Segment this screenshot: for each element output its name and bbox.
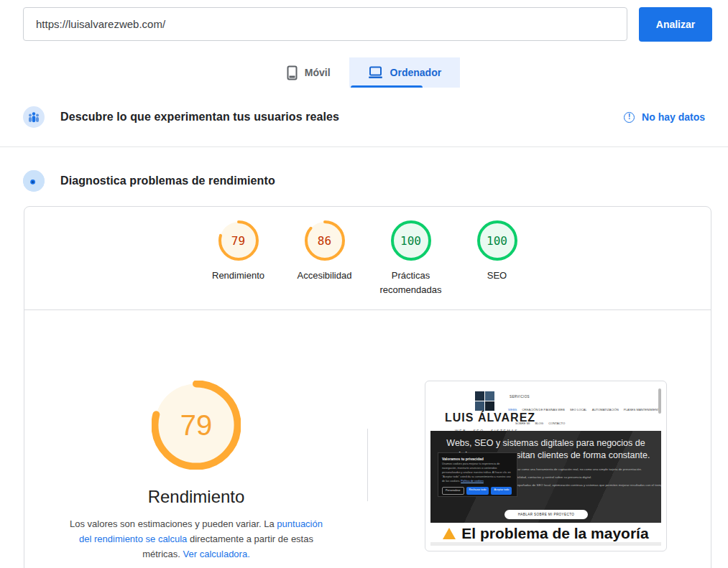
site-problem-heading: El problema de la mayoría (461, 525, 648, 542)
warning-triangle-icon (443, 528, 456, 539)
site-cta-button: HABLAR SOBRE MI PROYECTO (504, 510, 588, 519)
thumbnail-scrollbar (658, 388, 661, 414)
accesibilidad-score: 86 (305, 220, 345, 261)
category-accesibilidad[interactable]: 86 Accesibilidad (282, 220, 368, 297)
site-nav-secondary: SOBRE MÍ BLOG CONTACTO (515, 422, 565, 425)
category-seo[interactable]: 100 SEO (454, 220, 540, 297)
rendimiento-score: 79 (218, 220, 259, 261)
field-data-title: Descubre lo que experimentan tus usuario… (60, 111, 339, 124)
site-header: LUIS ÁLVAREZ WEB · SEO · SISTEMAS SERVIC… (430, 386, 661, 431)
section-divider (0, 146, 728, 147)
see-calculator-link[interactable]: Ver calculadora. (183, 549, 250, 559)
tab-ordenador-label: Ordenador (390, 67, 442, 78)
site-logo-squares-icon (475, 391, 494, 411)
rendimiento-label: Rendimiento (212, 269, 264, 283)
practicas-gauge: 100 (391, 220, 431, 261)
category-practicas[interactable]: 100 Prácticas recomendadas (368, 220, 454, 297)
category-scores-row: 79 Rendimiento 86 Accesibilidad 100 (24, 207, 711, 297)
users-icon (23, 106, 45, 128)
desktop-icon (368, 66, 383, 79)
site-problem-section: El problema de la mayoría (430, 523, 661, 542)
vertical-divider (367, 429, 368, 501)
speedometer-icon (23, 170, 45, 192)
accesibilidad-label: Accesibilidad (298, 269, 352, 283)
url-input[interactable] (23, 7, 627, 41)
practicas-label: Prácticas recomendadas (371, 269, 451, 297)
performance-description: Los valores son estimaciones y pueden va… (64, 516, 328, 562)
cookie-policy-link: Política de cookies (461, 480, 484, 483)
tab-movil[interactable]: Móvil (268, 57, 349, 88)
device-tabs: Móvil Ordenador (0, 57, 728, 88)
site-screenshot-thumbnail[interactable]: LUIS ÁLVAREZ WEB · SEO · SISTEMAS SERVIC… (425, 381, 667, 551)
cookie-banner: Valoramos tu privacidad Usamos cookies p… (438, 452, 517, 497)
accesibilidad-gauge: 86 (305, 220, 345, 261)
lab-data-title: Diagnostica problemas de rendimiento (60, 174, 275, 187)
seo-score: 100 (477, 220, 517, 261)
analyze-button[interactable]: Analizar (639, 7, 712, 42)
site-screenshot: LUIS ÁLVAREZ WEB · SEO · SISTEMAS SERVIC… (430, 386, 661, 546)
results-card: 79 Rendimiento 86 Accesibilidad 100 (24, 206, 711, 568)
cookie-accept-button: Aceptar todo (491, 487, 512, 495)
desc-text-1: Los valores son estimaciones y pueden va… (70, 518, 277, 529)
field-data-section-header: Descubre lo que experimentan tus usuario… (0, 101, 728, 134)
smartphone-icon (287, 65, 298, 80)
no-data-label: No hay datos (642, 111, 705, 123)
performance-big-score: 79 (152, 381, 241, 470)
rendimiento-gauge: 79 (218, 220, 259, 261)
category-rendimiento[interactable]: 79 Rendimiento (195, 220, 282, 297)
cookie-reject-button: Rechazar todo (466, 487, 489, 495)
performance-section: 79 Rendimiento Los valores son estimacio… (24, 310, 711, 568)
site-gray-strip (430, 542, 661, 546)
seo-label: SEO (487, 269, 507, 283)
site-nav-main: WEBS CREACIÓN DE PÁGINAS WEB SEO LOCAL A… (508, 408, 661, 411)
info-circle-icon: ! (624, 112, 635, 123)
tab-ordenador[interactable]: Ordenador (349, 57, 461, 88)
url-toolbar: Analizar (0, 0, 728, 42)
seo-gauge: 100 (477, 220, 517, 261)
tab-movil-label: Móvil (305, 67, 331, 78)
no-data-link[interactable]: ! No hay datos (624, 111, 705, 123)
cookie-personalize-button: Personalizar (442, 487, 464, 495)
cookie-title: Valoramos tu privacidad (442, 457, 513, 461)
cookie-body: Usamos cookies para mejorar tu experienc… (442, 462, 513, 483)
performance-big-gauge: 79 (152, 381, 241, 470)
performance-title: Rendimiento (148, 487, 245, 507)
lab-data-section-header: Diagnostica problemas de rendimiento (0, 164, 728, 197)
site-nav-servicios: SERVICIOS (510, 395, 530, 399)
performance-summary: 79 Rendimiento Los valores son estimacio… (24, 310, 368, 568)
cookie-buttons: Personalizar Rechazar todo Aceptar todo (442, 487, 513, 495)
practicas-score: 100 (391, 220, 431, 261)
